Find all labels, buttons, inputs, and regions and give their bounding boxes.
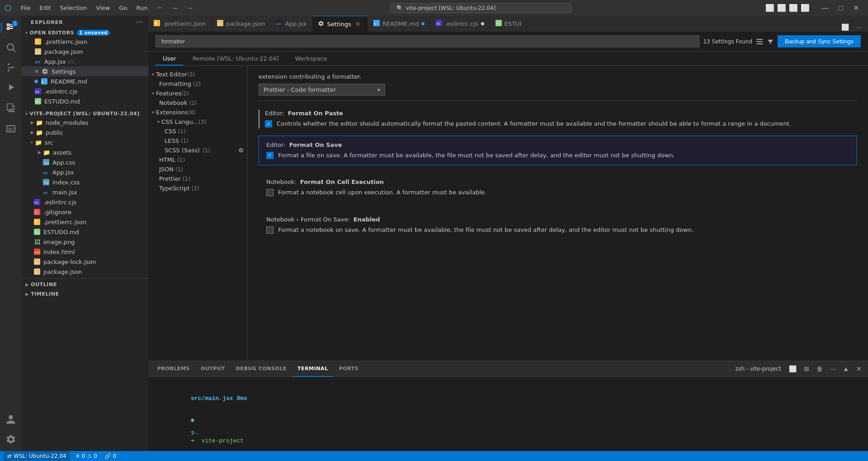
tab-settings[interactable]: Settings ✕ [312,16,368,32]
less-item[interactable]: LESS (1) [148,136,247,146]
settings-tab-user[interactable]: User [156,52,184,66]
html-item[interactable]: HTML (1) [148,155,247,165]
scss-item[interactable]: SCSS (Sass) (1) ⚙ [148,146,247,155]
folder-public[interactable]: ▶ 📁 public [22,127,148,137]
split-terminal-button[interactable]: ⬜ [786,364,799,373]
css-item[interactable]: CSS (1) [148,127,247,136]
file-prettierrc-project[interactable]: P .prettierrc.json [22,217,148,227]
nav-forward-button[interactable]: → [184,3,197,13]
panel-maximize-button[interactable]: ▲ [840,364,852,373]
format-on-paste-checkbox[interactable] [265,120,272,127]
activity-source-control[interactable] [1,57,21,77]
activity-accounts[interactable] [1,409,21,429]
file-app-css[interactable]: CSS App.css [22,157,148,167]
settings-search-input[interactable] [156,35,699,47]
titlebar-search-box[interactable]: 🔍 vite-project [WSL: Ubuntu-22.04] [391,3,571,13]
new-terminal-button[interactable]: ⊞ [801,364,812,373]
file-index-css[interactable]: CSS index.css [22,177,148,187]
panel-more-button[interactable]: ··· [827,364,838,373]
file-app-jsx-src[interactable]: JSX App.jsx [22,167,148,177]
menu-more[interactable]: ··· [153,4,165,12]
open-file-settings[interactable]: ✕ Settings [22,66,148,76]
open-file-readme[interactable]: ℹ README.md [22,76,148,86]
settings-close-icon[interactable]: ✕ [34,68,39,75]
menu-run[interactable]: Run [132,4,151,12]
timeline-header[interactable]: ▶ TIMELINE [22,290,148,298]
activity-extensions[interactable] [1,97,21,117]
kill-terminal-button[interactable]: 🗑 [814,364,826,373]
editor-toggle-icon[interactable]: ⬜ [789,4,798,12]
open-file-app-jsx[interactable]: JSX App.jsx src [22,56,148,66]
format-on-save-notebook-checkbox[interactable] [266,226,274,234]
settings-tab-workspace[interactable]: Workspace [288,52,334,66]
tab-package-json[interactable]: {} package.json [212,16,271,32]
tab-app-jsx[interactable]: JSX App.jsx [271,16,313,32]
menu-file[interactable]: File [17,4,34,12]
sidebar-toggle-icon[interactable]: ⬜ [765,4,774,12]
extensions-group-header[interactable]: ▾ Extensions (8) [148,108,247,117]
nav-back-button[interactable]: ← [170,3,182,13]
settings-filter-icon[interactable] [767,38,774,45]
file-main-jsx[interactable]: JSX main.jsx [22,187,148,197]
panel-tab-terminal[interactable]: TERMINAL [292,361,334,377]
folder-src[interactable]: ▾ 📁 src [22,137,148,147]
panel-tab-debug[interactable]: DEBUG CONSOLE [231,361,292,377]
panel-tab-ports[interactable]: PORTS [334,361,364,377]
format-on-cell-checkbox[interactable] [266,189,274,196]
activity-search[interactable] [1,38,21,57]
panel-close-button[interactable]: ✕ [854,364,864,373]
file-index-html[interactable]: HTML index.html [22,247,148,257]
prettier-item[interactable]: Prettier (1) [148,174,247,183]
project-header[interactable]: ▾ VITE-PROJECT [WSL: UBUNTU-22.04] [22,110,148,118]
file-estudo-project[interactable]: M↓ ESTUDO.md [22,227,148,237]
file-package-json-project[interactable]: {} package.json [22,267,148,277]
activity-remote[interactable] [1,119,21,139]
css-language-group-header[interactable]: ▾ CSS Langu... (3) [148,117,247,127]
settings-list-icon[interactable] [756,38,763,45]
open-file-prettierrc[interactable]: P .prettierrc.json [22,37,148,47]
tab-readme[interactable]: ℹ README.md [368,16,431,32]
more-tabs-button[interactable]: ··· [854,23,864,32]
formatter-dropdown[interactable]: Prettier - Code formatter ▾ [259,84,385,96]
sidebar-more-icon[interactable]: ··· [136,19,143,25]
open-editors-header[interactable]: ▾ OPEN EDITORS 1 unsaved [22,29,148,37]
status-errors[interactable]: ✕ 0 ⚠ 0 [74,453,99,459]
file-gitignore[interactable]: G .gitignore [22,207,148,217]
folder-assets[interactable]: ▶ 📁 assets [22,147,148,157]
formatting-item[interactable]: Formatting (2) [148,79,247,89]
file-package-lock[interactable]: {} package-lock.json [22,257,148,267]
tab-prettierrc[interactable]: P .prettierrc.json [148,16,212,32]
activity-manage[interactable] [1,429,21,449]
menu-edit[interactable]: Edit [36,4,54,12]
menu-go[interactable]: Go [115,4,131,12]
backup-sync-button[interactable]: Backup and Sync Settings [778,35,861,47]
close-button[interactable]: ✕ [849,3,863,13]
split-editor-button[interactable]: ⬜ [839,23,852,32]
settings-tab-remote[interactable]: Remote [WSL: Ubuntu-22.04] [185,52,286,66]
format-on-save-checkbox[interactable] [266,152,274,159]
menu-view[interactable]: View [93,4,114,12]
notebook-item[interactable]: Notebook (2) [148,98,247,108]
file-image-png[interactable]: 🖼 image.png [22,237,148,247]
outline-header[interactable]: ▶ OUTLINE [22,281,148,288]
activity-run-debug[interactable] [1,77,21,97]
menu-selection[interactable]: Selection [57,4,91,12]
panel-tab-output[interactable]: OUTPUT [195,361,231,377]
open-file-package-json[interactable]: {} package.json [22,47,148,56]
panel-tab-problems[interactable]: PROBLEMS [152,361,195,377]
status-wsl[interactable]: ⇄ WSL: Ubuntu-22.04 [4,451,70,461]
typescript-item[interactable]: TypeScript (2) [148,183,247,193]
layout-toggle-icon[interactable]: ⬜ [801,4,810,12]
scss-gear-icon[interactable]: ⚙ [238,147,244,154]
maximize-button[interactable]: □ [834,3,848,13]
panel-toggle-icon[interactable]: ⬜ [777,4,786,12]
open-file-estudo[interactable]: M↓ ESTUDO.md [22,96,148,106]
json-item[interactable]: JSON (1) [148,165,247,174]
minimize-button[interactable]: — [817,3,833,13]
open-file-eslint[interactable]: ES .eslintrc.cjs [22,86,148,96]
file-eslintrc-project[interactable]: ES .eslintrc.cjs [22,197,148,207]
tab-eslint[interactable]: ES .eslintrc.cjs [430,16,490,32]
features-group-header[interactable]: ▾ Features (2) [148,89,247,98]
folder-node-modules[interactable]: ▶ 📁 node_modules [22,118,148,127]
activity-explorer[interactable]: 1 [1,18,21,38]
